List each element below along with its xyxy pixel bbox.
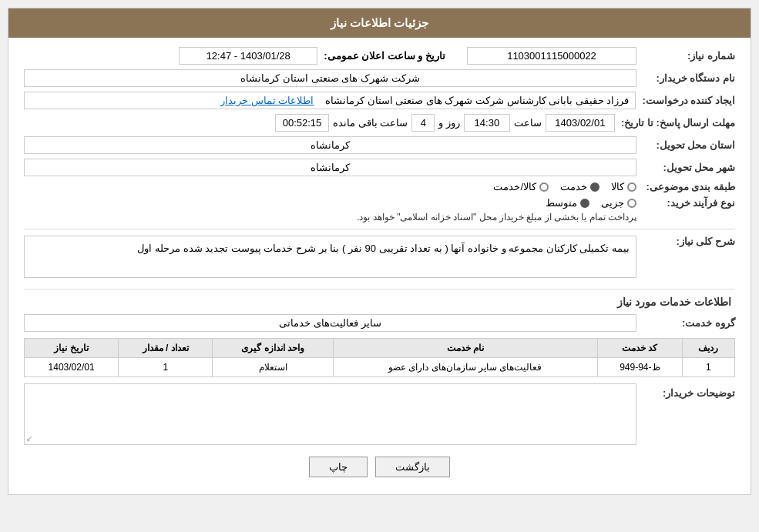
creator-text: فرزاد حقیقی بابانی کارشناس شرکت شهرک های…: [325, 95, 630, 106]
category-kala-label: کالا: [611, 181, 624, 192]
service-group-row: گروه خدمت: سایر فعالیت‌های خدماتی: [24, 314, 735, 332]
deadline-remaining-label: ساعت باقی مانده: [333, 117, 408, 129]
page-wrapper: جزئیات اطلاعات نیاز شماره نیاز: 11030011…: [0, 0, 759, 532]
services-table: ردیف کد خدمت نام خدمت واحد اندازه گیری ت…: [24, 338, 735, 377]
province-label: استان محل تحویل:: [643, 139, 735, 151]
main-container: جزئیات اطلاعات نیاز شماره نیاز: 11030011…: [8, 8, 751, 495]
category-label: طبقه بندی موضوعی:: [643, 181, 735, 192]
table-cell: 1: [682, 358, 734, 377]
table-cell: 1: [119, 358, 213, 377]
buyer-org-row: نام دستگاه خریدار: شرکت شهرک های صنعتی ا…: [24, 69, 735, 87]
need-number-row: شماره نیاز: 1103001115000022 تاریخ و ساع…: [24, 47, 735, 65]
buyer-org-label: نام دستگاه خریدار:: [643, 72, 735, 84]
province-row: استان محل تحویل: کرمانشاه: [24, 136, 735, 154]
deadline-label: مهلت ارسال پاسخ: تا تاریخ:: [621, 117, 735, 129]
print-button[interactable]: چاپ: [309, 457, 368, 477]
category-kala-khedmat-label: کالا/خدمت: [493, 181, 536, 192]
table-cell: 1403/02/01: [25, 358, 119, 377]
category-radio-khedmat[interactable]: [590, 182, 599, 192]
services-section-title: اطلاعات خدمات مورد نیاز: [24, 296, 735, 308]
col-header-date: تاریخ نیاز: [25, 339, 119, 358]
category-khedmat-label: خدمت: [560, 181, 587, 192]
col-header-service-code: کد خدمت: [597, 339, 682, 358]
col-header-service-name: نام خدمت: [333, 339, 597, 358]
col-header-quantity: تعداد / مقدار: [119, 339, 213, 358]
category-row: طبقه بندی موضوعی: کالا خدمت کالا/خدمت: [24, 181, 735, 192]
category-option-kala: کالا: [611, 181, 636, 192]
province-value: کرمانشاه: [24, 136, 636, 154]
deadline-date: 1403/02/01: [546, 114, 615, 132]
service-group-value: سایر فعالیت‌های خدماتی: [24, 314, 636, 332]
deadline-remaining: 00:52:15: [275, 114, 329, 132]
deadline-row: مهلت ارسال پاسخ: تا تاریخ: 1403/02/01 سا…: [24, 114, 735, 132]
table-row: 1ظ-94-949فعالیت‌های سایر سازمان‌های دارا…: [25, 358, 735, 377]
buyer-org-value: شرکت شهرک های صنعتی استان کرمانشاه: [24, 69, 636, 87]
contact-link[interactable]: اطلاعات تماس خریدار: [220, 95, 314, 106]
category-radio-kala-khedmat[interactable]: [539, 182, 549, 192]
process-option-jozvi: جزیی: [601, 197, 636, 209]
deadline-days-label: روز و: [438, 117, 460, 129]
buttons-row: بازگشت چاپ: [24, 457, 735, 477]
table-cell: استعلام: [213, 358, 333, 377]
deadline-time-label: ساعت: [514, 117, 542, 129]
creator-value: فرزاد حقیقی بابانی کارشناس شرکت شهرک های…: [24, 92, 636, 109]
page-title: جزئیات اطلاعات نیاز: [331, 16, 428, 29]
service-group-label: گروه خدمت:: [643, 317, 735, 329]
table-cell: فعالیت‌های سایر سازمان‌های دارای عضو: [333, 358, 597, 377]
description-value: بیمه تکمیلی کارکنان مجموعه و خانواده آنه…: [24, 236, 636, 278]
announce-value: 1403/01/28 - 12:47: [179, 47, 317, 65]
back-button[interactable]: بازگشت: [375, 457, 450, 477]
description-label: شرح کلی نیاز:: [643, 236, 735, 247]
category-option-kala-khedmat: کالا/خدمت: [493, 181, 549, 192]
page-header: جزئیات اطلاعات نیاز: [8, 8, 751, 38]
city-label: شهر محل تحویل:: [643, 162, 735, 173]
category-option-khedmat: خدمت: [560, 181, 599, 192]
process-jozvi-label: جزیی: [601, 197, 624, 209]
col-header-unit: واحد اندازه گیری: [213, 339, 333, 358]
services-table-container: ردیف کد خدمت نام خدمت واحد اندازه گیری ت…: [24, 338, 735, 377]
process-option-motovaset: متوسط: [546, 197, 589, 209]
description-row: شرح کلی نیاز: بیمه تکمیلی کارکنان مجموعه…: [24, 236, 735, 283]
category-options: کالا خدمت کالا/خدمت: [493, 181, 636, 192]
city-value: کرمانشاه: [24, 159, 636, 176]
divider-1: [24, 229, 735, 229]
need-number-label: شماره نیاز:: [643, 50, 735, 62]
process-label: نوع فرآیند خرید:: [643, 197, 735, 209]
buyer-notes-row: توضیحات خریدار: ↙: [24, 383, 735, 445]
creator-label: ایجاد کننده درخواست:: [642, 95, 735, 106]
divider-2: [24, 289, 735, 289]
need-number-value: 1103001115000022: [467, 47, 636, 65]
process-radio-motovaset[interactable]: [580, 199, 589, 208]
process-radio-jozvi[interactable]: [627, 199, 636, 208]
col-header-row-num: ردیف: [682, 339, 734, 358]
content-area: شماره نیاز: 1103001115000022 تاریخ و ساع…: [8, 38, 751, 494]
creator-row: ایجاد کننده درخواست: فرزاد حقیقی بابانی …: [24, 92, 735, 109]
process-motovaset-label: متوسط: [546, 197, 577, 209]
table-cell: ظ-94-949: [597, 358, 682, 377]
deadline-fields: 1403/02/01 ساعت 14:30 روز و 4 ساعت باقی …: [24, 114, 615, 132]
category-radio-kala[interactable]: [627, 182, 636, 192]
buyer-notes-box: ↙: [24, 383, 636, 445]
announce-label: تاریخ و ساعت اعلان عمومی:: [324, 50, 445, 62]
city-row: شهر محل تحویل: کرمانشاه: [24, 159, 735, 176]
process-note: پرداخت تمام یا بخشی از مبلغ خریداز محل "…: [357, 212, 636, 223]
resize-icon: ↙: [26, 434, 32, 443]
table-header-row: ردیف کد خدمت نام خدمت واحد اندازه گیری ت…: [25, 339, 735, 358]
deadline-days: 4: [411, 114, 435, 132]
buyer-notes-label: توضیحات خریدار:: [643, 383, 735, 399]
process-options: جزیی متوسط: [357, 197, 636, 209]
deadline-time: 14:30: [464, 114, 510, 132]
process-row: نوع فرآیند خرید: جزیی متوسط پرداخت تمام …: [24, 197, 735, 223]
